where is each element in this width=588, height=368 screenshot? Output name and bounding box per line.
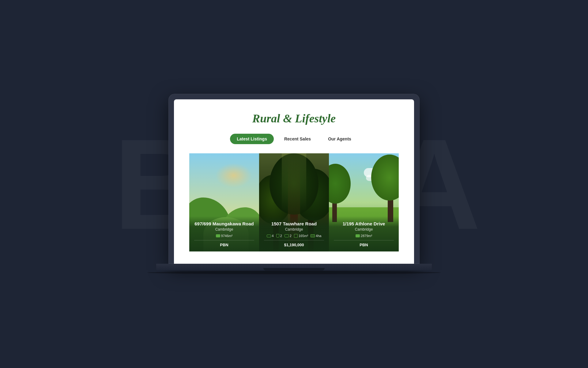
card-info-2: 1507 Tauwhare Road Cambridge 4 2 (259, 216, 329, 251)
bath-icon-2 (276, 234, 279, 238)
listing-card-1[interactable]: 697/699 Maungakawa Road Cambridge 9746m²… (189, 153, 259, 251)
laptop-base (156, 264, 432, 270)
stat-land-1: 9746m² (216, 234, 232, 238)
area-icon-2 (294, 234, 298, 238)
bed-value-2: 4 (272, 234, 274, 238)
ha-value-2: 4ha (316, 234, 321, 238)
stat-ha-2: 4ha (311, 234, 321, 238)
laptop-container: Rural & Lifestyle Latest Listings Recent… (147, 94, 441, 274)
card-price-2: $1,190,000 (264, 243, 324, 247)
card-address-2: 1507 Tauwhare Road (264, 221, 324, 226)
laptop-screen: Rural & Lifestyle Latest Listings Recent… (174, 99, 414, 264)
stat-land-3: 2879m² (356, 234, 372, 238)
listing-card-2[interactable]: 1507 Tauwhare Road Cambridge 4 2 (259, 153, 329, 251)
card-stats-1: 9746m² (194, 234, 254, 238)
card-divider-3 (334, 240, 394, 240)
land-value-3: 2879m² (361, 234, 372, 238)
listings-grid: 697/699 Maungakawa Road Cambridge 9746m²… (189, 153, 399, 251)
laptop-screen-frame: Rural & Lifestyle Latest Listings Recent… (168, 94, 420, 264)
laptop-base-shadow (147, 271, 441, 274)
card-divider-2 (264, 240, 324, 240)
card-info-3: 1/195 Athlone Drive Cambridge 2879m² PBN (329, 216, 399, 251)
card-address-3: 1/195 Athlone Drive (334, 221, 394, 226)
card-suburb-3: Cambridge (334, 227, 394, 232)
tab-recent-sales[interactable]: Recent Sales (277, 134, 318, 144)
stat-area-2: 165m² (294, 234, 308, 238)
card-stats-3: 2879m² (334, 234, 394, 238)
card-price-1: PBN (194, 243, 254, 247)
card-info-1: 697/699 Maungakawa Road Cambridge 9746m²… (189, 216, 259, 251)
land-value-1: 9746m² (221, 234, 232, 238)
card-suburb-2: Cambridge (264, 227, 324, 232)
car-value-2: 2 (290, 234, 292, 238)
card-suburb-1: Cambridge (194, 227, 254, 232)
card-stats-2: 4 2 2 (264, 234, 324, 238)
stat-bed-2: 4 (267, 234, 274, 238)
card-address-1: 697/699 Maungakawa Road (194, 221, 254, 226)
tabs-row: Latest Listings Recent Sales Our Agents (189, 134, 399, 144)
land-icon-3 (356, 234, 360, 237)
bed-icon-2 (267, 235, 271, 237)
car-icon-2 (285, 234, 289, 237)
page-title: Rural & Lifestyle (189, 112, 399, 125)
stat-car-2: 2 (285, 234, 292, 238)
tab-latest-listings[interactable]: Latest Listings (230, 134, 274, 144)
bath-value-2: 2 (280, 234, 282, 238)
stat-bath-2: 2 (276, 234, 282, 238)
ha-icon-2 (311, 234, 315, 237)
card-divider-1 (194, 240, 254, 240)
area-value-2: 165m² (299, 234, 308, 238)
card-price-3: PBN (334, 243, 394, 247)
tab-our-agents[interactable]: Our Agents (321, 134, 358, 144)
land-icon-1 (216, 234, 220, 237)
page-content: Rural & Lifestyle Latest Listings Recent… (174, 99, 414, 264)
listing-card-3[interactable]: 1/195 Athlone Drive Cambridge 2879m² PBN (329, 153, 399, 251)
